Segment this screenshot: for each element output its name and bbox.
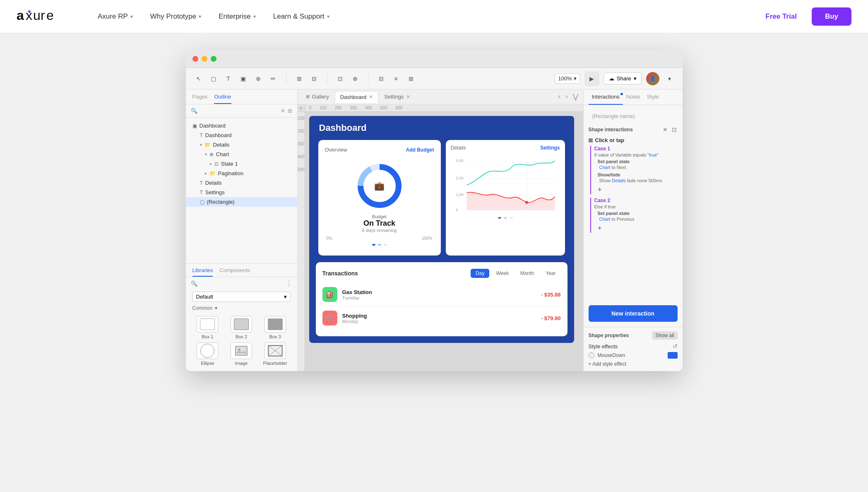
close-icon[interactable]: ✕: [406, 94, 410, 100]
transaction-date: Monday: [342, 319, 541, 324]
close-icon[interactable]: ✕: [662, 125, 668, 134]
share-button[interactable]: ☁ Share ▾: [604, 72, 642, 84]
layer-tool-button[interactable]: ⊕: [252, 73, 264, 84]
canvas-ruler-horizontal: 0 100 200 300 400 500 600: [305, 104, 583, 112]
new-interaction-button[interactable]: New interaction: [589, 305, 678, 322]
expand-icon[interactable]: ⊡: [671, 125, 678, 134]
buy-button[interactable]: Buy: [812, 7, 851, 26]
window-minimize-button[interactable]: [202, 56, 207, 62]
arrange-button[interactable]: ⊞: [293, 73, 305, 84]
lib-item-box1[interactable]: Box 1: [192, 316, 223, 339]
align-right-button[interactable]: ⊞: [405, 73, 417, 84]
lib-item-box2[interactable]: Box 2: [226, 316, 257, 339]
settings-button[interactable]: Settings: [540, 145, 560, 151]
reset-icon[interactable]: ↺: [673, 343, 678, 350]
case-2-add-action-button[interactable]: +: [598, 224, 678, 233]
window-maximize-button[interactable]: [211, 56, 216, 62]
format-button[interactable]: ⊟: [308, 73, 320, 84]
rectangle-name-field[interactable]: (Rectangle name): [589, 110, 678, 122]
dashboard-canvas-content: Dashboard Overview Add Budget: [309, 116, 574, 343]
nav-why-prototype[interactable]: Why Prototype ▾: [144, 9, 208, 24]
case-1-add-action-button[interactable]: +: [598, 186, 678, 194]
close-icon[interactable]: ✕: [281, 108, 285, 114]
zoom-control[interactable]: 100% ▾: [555, 73, 580, 84]
tab-interactions[interactable]: Interactions: [589, 89, 623, 105]
ruler-corner: ⊕: [298, 104, 305, 112]
lib-item-box3[interactable]: Box 3: [260, 316, 291, 339]
transaction-info: Gas Station Tuesday: [342, 289, 541, 300]
tree-item-chart[interactable]: ▾ ⊕ Chart: [186, 150, 297, 159]
nav-next-icon[interactable]: ›: [564, 92, 569, 101]
logo[interactable]: a x u r e: [17, 7, 66, 26]
lib-item-placeholder[interactable]: Placeholder: [260, 342, 291, 366]
budget-sublabel: 6 days remaining: [362, 228, 397, 233]
select-tool-button[interactable]: ↖: [192, 73, 205, 84]
preview-button[interactable]: ▶: [584, 71, 599, 86]
tab-outline[interactable]: Outline: [214, 94, 231, 104]
close-icon[interactable]: ✕: [369, 94, 373, 100]
tree-item-settings[interactable]: T Settings: [186, 188, 297, 197]
canvas-viewport[interactable]: Dashboard Overview Add Budget: [305, 112, 583, 371]
mouse-down-color-swatch[interactable]: [668, 352, 678, 359]
filter-icon[interactable]: ⊞: [288, 108, 292, 114]
gallery-icon: ⊞: [306, 94, 310, 99]
user-avatar[interactable]: 👤: [646, 72, 659, 85]
tree-item-label: Chart: [216, 151, 229, 157]
align-left-button[interactable]: ⊟: [375, 73, 387, 84]
case-1-header[interactable]: Case 1: [594, 146, 678, 152]
donut-to-label: 100%: [422, 236, 433, 241]
canvas-tab-dashboard[interactable]: Dashboard ✕: [335, 91, 379, 103]
tree-item-state1[interactable]: ▸ ⊡ State 1: [186, 159, 297, 169]
canvas-tab-settings[interactable]: Settings ✕: [379, 91, 415, 102]
canvas-tab-gallery[interactable]: ⊞ Gallery: [301, 91, 334, 102]
tab-libraries[interactable]: Libraries: [192, 267, 213, 277]
svg-text:2,00: 2,00: [456, 176, 463, 180]
free-trial-button[interactable]: Free Trial: [759, 9, 803, 24]
canvas-tab-label: Settings: [384, 94, 404, 100]
trans-tab-week[interactable]: Week: [491, 269, 513, 278]
lib-item-image[interactable]: Image: [226, 342, 257, 366]
share-caret-icon: ▾: [634, 75, 637, 82]
outline-search-input[interactable]: [201, 108, 277, 114]
tab-components[interactable]: Components: [219, 267, 250, 277]
trans-tab-year[interactable]: Year: [541, 269, 560, 278]
trans-tab-day[interactable]: Day: [471, 269, 489, 278]
slice-button[interactable]: ⊕: [349, 73, 361, 84]
tree-item-dashboard-text[interactable]: T Dashboard: [186, 130, 297, 140]
rectangle-tool-button[interactable]: ▢: [207, 73, 220, 84]
lib-dropdown[interactable]: Default ▾: [192, 292, 291, 302]
nav-more-icon[interactable]: ⋁: [571, 92, 580, 101]
trans-tab-month[interactable]: Month: [515, 269, 539, 278]
avatar-caret-button[interactable]: ▾: [664, 73, 676, 84]
nav-prev-icon[interactable]: ‹: [557, 92, 562, 101]
nav-enterprise[interactable]: Enterprise ▾: [212, 9, 262, 24]
nav-learn-support[interactable]: Learn & Support ▾: [267, 9, 336, 24]
case-2-action-panel-state: Set panel state Chart to Previous: [598, 211, 678, 222]
pen-tool-button[interactable]: ✏: [267, 73, 279, 84]
text-tool-button[interactable]: T: [222, 73, 235, 84]
action-label: Set panel state: [598, 211, 678, 216]
arrange-tools: ⊞ ⊟: [293, 73, 320, 84]
tree-item-details-text[interactable]: T Details: [186, 178, 297, 188]
svg-rect-6: [236, 346, 247, 355]
tree-item-label: Dashboard: [205, 132, 232, 138]
tree-item-dashboard-page[interactable]: ▣ Dashboard: [186, 121, 297, 130]
tree-item-pagination[interactable]: ▸ 📁 Pagination: [186, 169, 297, 178]
lib-menu-icon[interactable]: ⋮: [286, 280, 292, 287]
tab-pages[interactable]: Pages: [192, 94, 208, 104]
tab-style[interactable]: Style: [644, 89, 662, 105]
nav-axure-rp[interactable]: Axure RP ▾: [91, 9, 139, 24]
lib-item-ellipse[interactable]: Ellipse: [192, 342, 223, 366]
add-budget-button[interactable]: Add Budget: [406, 147, 434, 153]
tree-item-details-folder[interactable]: ▾ 📁 Details: [186, 140, 297, 150]
case-2-header[interactable]: Case 2: [594, 198, 678, 203]
shape-tool-button[interactable]: ▣: [237, 73, 250, 84]
window-close-button[interactable]: [192, 56, 198, 62]
tree-item-rectangle[interactable]: ▢ (Rectangle): [186, 197, 297, 207]
tab-notes[interactable]: Notes: [623, 89, 644, 105]
align-center-button[interactable]: ≡: [390, 73, 402, 84]
overview-card-title: Overview: [325, 147, 347, 153]
add-style-effect-button[interactable]: + Add style effect: [589, 361, 678, 367]
show-all-button[interactable]: Show all: [652, 331, 677, 340]
crop-button[interactable]: ⊡: [334, 73, 346, 84]
